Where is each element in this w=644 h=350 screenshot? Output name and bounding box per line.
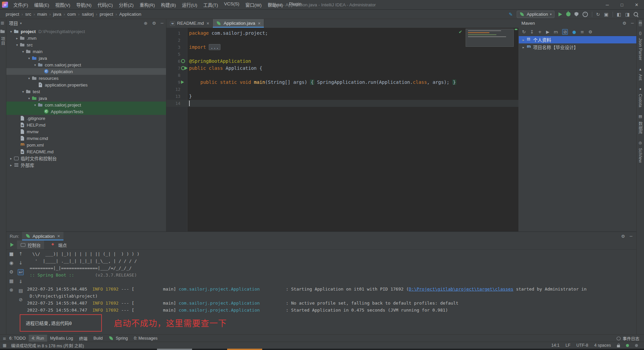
chevron-down-icon[interactable]: ▾ <box>8 30 14 33</box>
taskbar-item[interactable] <box>157 349 192 350</box>
menu-item-运行(U)[interactable]: 运行(U) <box>179 0 200 9</box>
encoding[interactable]: UTF-8 <box>577 343 588 348</box>
print-icon[interactable]: ▤ <box>18 288 23 293</box>
minimize-button[interactable]: ─ <box>600 0 615 9</box>
run-line-icon[interactable] <box>185 66 188 70</box>
package-icon[interactable]: ▣ <box>604 12 608 17</box>
tool-window-switcher-icon[interactable]: ▦ <box>3 343 6 348</box>
gear-icon[interactable]: ⚙ <box>152 21 156 26</box>
tree-row-mvnw.cmd[interactable]: mvnw.cmd <box>6 135 166 142</box>
menu-item-窗口(W)[interactable]: 窗口(W) <box>243 0 265 9</box>
run-config-select[interactable]: Application▾ <box>517 11 554 18</box>
lock-icon[interactable] <box>617 345 620 347</box>
locate-icon[interactable]: ⊕ <box>144 21 148 26</box>
event-log-button[interactable]: 事件日志 <box>617 335 639 342</box>
breadcrumb-item[interactable]: project <box>99 11 114 17</box>
menu-item-代码(C)[interactable]: 代码(C) <box>95 0 116 9</box>
inspection-ok-icon[interactable]: ✔ <box>459 29 462 34</box>
chevron-down-icon[interactable]: ▾ <box>20 90 26 94</box>
caret-position[interactable]: 14:1 <box>551 343 559 348</box>
tree-row-pom.xml[interactable]: pom.xml <box>6 142 166 148</box>
update-icon[interactable]: ↻ <box>596 12 600 17</box>
editor-tab-Application.java[interactable]: Application.java× <box>213 19 264 28</box>
list-icon[interactable]: ≡ <box>581 29 584 34</box>
tree-row-application.properties[interactable]: application.properties <box>6 81 166 88</box>
chevron-right-icon[interactable]: ▸ <box>8 163 14 167</box>
folder-icon[interactable] <box>0 29 5 34</box>
maven-item-项目名称【毕业设计】[interactable]: ▸项目名称【毕业设计】 <box>519 43 636 51</box>
close-tab-icon[interactable]: × <box>258 21 261 26</box>
maven-item-个人资料[interactable]: ▸个人资料 <box>519 36 636 43</box>
spring-bean-icon[interactable] <box>181 59 185 63</box>
code-editor[interactable]: 1package com.sailorj.project;23import ..… <box>166 28 518 231</box>
stripe-tab-Json Parser[interactable]: {}Json Parser <box>638 31 643 62</box>
close-tab-icon[interactable]: × <box>206 21 209 26</box>
tool-window-button-6: TODO[interactable]: 6: TODO <box>6 335 29 342</box>
code-minimap[interactable] <box>466 29 514 47</box>
tree-row-临时文件和控制台[interactable]: ▸临时文件和控制台 <box>6 155 166 162</box>
stripe-tab-Ant[interactable]: ▲Ant <box>638 67 643 82</box>
restore-layout-icon[interactable]: ▦ <box>9 278 13 284</box>
tree-row-com.sailorj.project[interactable]: ▾com.sailorj.project <box>6 61 166 68</box>
menu-item-VCS(S)[interactable]: VCS(S) <box>221 0 242 9</box>
breadcrumb-item[interactable]: java <box>52 11 62 17</box>
menu-item-视图(V)[interactable]: 视图(V) <box>52 0 73 9</box>
hide-panel-icon[interactable]: ─ <box>630 234 632 239</box>
chevron-down-icon[interactable]: ▾ <box>32 63 38 67</box>
stripe-tab-project[interactable]: 项目 <box>0 37 6 45</box>
tool-window-button-0: Messages[interactable]: 0: Messages <box>131 335 161 342</box>
search-everywhere-icon[interactable] <box>634 12 638 16</box>
chevron-down-icon[interactable]: ▾ <box>14 43 20 47</box>
chevron-down-icon[interactable]: ▾ <box>20 50 26 53</box>
layout-right-icon[interactable]: ◨ <box>625 12 630 17</box>
tree-row-com.sailorj.project[interactable]: ▾com.sailorj.project <box>6 102 166 108</box>
add-icon[interactable]: + <box>538 29 542 34</box>
thread-dump-icon[interactable]: ◉ <box>9 260 13 266</box>
tool-windows-icon[interactable]: ≡ <box>3 336 6 341</box>
chevron-down-icon[interactable]: ▾ <box>32 103 38 107</box>
screen-icon[interactable] <box>0 21 5 26</box>
debug-button[interactable] <box>566 12 571 16</box>
menu-item-文件(F)[interactable]: 文件(F) <box>11 0 31 9</box>
chevron-down-icon[interactable]: ▾ <box>20 21 22 25</box>
gear-icon[interactable]: ⚙ <box>621 234 625 239</box>
scroll-end-icon[interactable]: ⇓ <box>19 279 23 284</box>
tree-row-ApplicationTests[interactable]: ApplicationTests <box>6 108 166 115</box>
breadcrumb-item[interactable]: Application <box>118 11 142 17</box>
stripe-tab-Codota[interactable]: ●Codota <box>638 87 643 109</box>
stripe-tab-m[interactable]: m <box>639 20 642 26</box>
tool-window-button-4: Run[interactable]: 4: Run <box>29 335 47 342</box>
tree-row-.mvn[interactable]: ▸.mvn <box>6 35 166 41</box>
tree-row-java[interactable]: ▾java <box>6 55 166 61</box>
settings-icon[interactable]: ⚙ <box>589 29 593 34</box>
tree-row-project[interactable]: ▾projectD:\Project\gitlab\project <box>6 28 166 35</box>
chevron-right-icon[interactable]: ▸ <box>521 38 526 42</box>
menu-item-编辑(E)[interactable]: 编辑(E) <box>31 0 52 9</box>
run-button[interactable] <box>558 12 562 16</box>
stop-icon[interactable]: ■ <box>9 251 13 256</box>
skip-tests-icon[interactable]: ⊘ <box>562 29 568 35</box>
tool-window-button-终端[interactable]: 终端 <box>76 335 91 342</box>
tree-row-test[interactable]: ▾test <box>6 88 166 95</box>
menu-item-导航(N)[interactable]: 导航(N) <box>73 0 94 9</box>
menu-item-Plugin[interactable]: Plugin <box>286 0 304 9</box>
profiler-button[interactable] <box>583 12 588 17</box>
up-icon[interactable]: ↑ <box>19 251 23 256</box>
soft-wrap-icon[interactable]: ↩ <box>18 269 24 275</box>
clear-icon[interactable]: ⊘ <box>19 297 23 302</box>
tree-row-Application[interactable]: Application <box>6 68 166 75</box>
hide-panel-icon[interactable]: ─ <box>161 21 163 26</box>
tree-row-.gitignore[interactable]: .gitignore <box>6 115 166 122</box>
breadcrumb-item[interactable]: sailorj <box>81 11 95 17</box>
console-file-link[interactable]: D:\Project\gitlab\project\target\classes <box>409 287 513 292</box>
menu-item-帮助(H)[interactable]: 帮助(H) <box>265 0 286 9</box>
close-icon[interactable]: ⊗ <box>9 287 13 293</box>
pencil-icon[interactable]: ✎ <box>509 12 513 17</box>
tree-row-README.md[interactable]: README.md <box>6 148 166 155</box>
rerun-button[interactable] <box>10 243 14 247</box>
refresh-icon[interactable]: ↻ <box>522 29 526 34</box>
settings-icon[interactable]: ⚙ <box>9 269 14 275</box>
taskbar-item[interactable] <box>227 349 262 350</box>
tree-row-mvnw[interactable]: mvnw <box>6 128 166 135</box>
tree-row-外部库[interactable]: ▸外部库 <box>6 162 166 168</box>
